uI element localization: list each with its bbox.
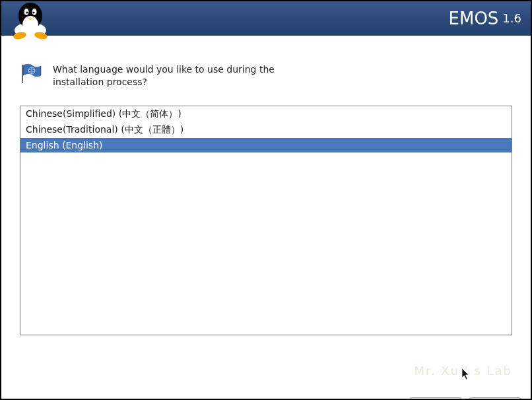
prompt-text: What language would you like to use duri… [53, 63, 277, 88]
product-name: EMOS [449, 9, 499, 28]
button-bar: Back Next [1, 391, 531, 400]
svg-point-6 [32, 11, 34, 13]
language-option[interactable]: Chinese(Traditional) (中文（正體）) [20, 122, 512, 138]
svg-point-2 [22, 16, 38, 34]
tux-logo-icon [7, 0, 54, 40]
header-bar: EMOS 1.6 [1, 1, 531, 36]
content-area: What language would you like to use duri… [1, 63, 531, 371]
back-button[interactable]: Back [409, 397, 462, 400]
next-button[interactable]: Next [469, 397, 521, 400]
svg-point-5 [26, 11, 28, 13]
language-option[interactable]: English (English) [20, 138, 512, 152]
prompt-row: What language would you like to use duri… [20, 63, 512, 88]
product-version: 1.6 [502, 11, 521, 25]
language-listbox[interactable]: Chinese(Simplified) (中文（简体）)Chinese(Trad… [20, 106, 512, 335]
language-option[interactable]: Chinese(Simplified) (中文（简体）) [20, 106, 512, 122]
flag-icon [20, 63, 44, 83]
